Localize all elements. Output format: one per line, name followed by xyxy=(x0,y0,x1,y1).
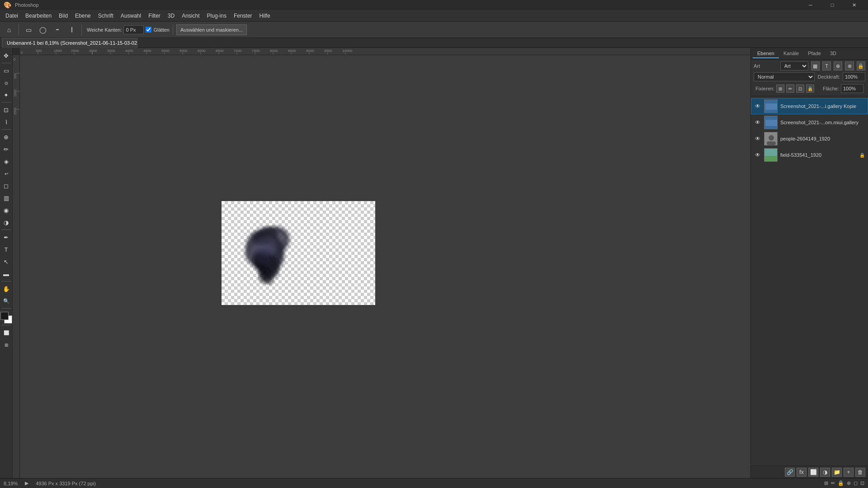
flaeche-label: Fläche: xyxy=(823,86,839,91)
color-swatch[interactable] xyxy=(0,312,12,324)
glatten-checkbox[interactable] xyxy=(146,27,151,33)
menu-3d[interactable]: 3D xyxy=(164,11,178,20)
history-brush-tool[interactable]: ↩ xyxy=(0,168,12,179)
link-layers-button[interactable]: 🔗 xyxy=(785,468,795,477)
healing-tool[interactable]: ⊕ xyxy=(0,131,12,143)
clone-tool[interactable]: ◈ xyxy=(0,155,12,167)
layer-visibility-1[interactable]: 👁 xyxy=(754,119,761,126)
quick-mask-tool[interactable]: ⬜ xyxy=(0,327,12,338)
titlebar: 🎨 Photoshop ─ □ ✕ xyxy=(0,0,868,10)
tab-ebenen[interactable]: Ebenen xyxy=(753,49,779,58)
gradient-tool[interactable]: ▥ xyxy=(0,192,12,204)
toolbar-single-col-button[interactable]: ┃ xyxy=(66,23,78,36)
weiche-kanten-input[interactable] xyxy=(123,25,144,34)
add-adjustment-button[interactable]: ◑ xyxy=(820,468,830,477)
menu-datei[interactable]: Datei xyxy=(2,11,22,20)
toolbar-separator-1 xyxy=(19,24,19,35)
crop-tool[interactable]: ⊡ xyxy=(0,104,12,116)
layer-item-3[interactable]: 👁 field-533541_1920 🔒 xyxy=(751,147,868,163)
main-area: ✥ ▭ ⌾ ✦ ⊡ ⌇ ⊕ ✏ ◈ ↩ ◻ ▥ ◉ ◑ ✒ T ↖ ▬ ✋ 🔍 … xyxy=(0,48,868,478)
layer-visibility-3[interactable]: 👁 xyxy=(754,151,761,159)
svg-text:0: 0 xyxy=(21,51,23,55)
toolbar-marquee-ellipse-button[interactable]: ◯ xyxy=(37,23,49,36)
svg-text:4000: 4000 xyxy=(125,49,133,53)
adjust-icon-btn[interactable]: ⊕ xyxy=(834,61,842,70)
tool-separator-7 xyxy=(1,325,11,325)
add-group-button[interactable]: 📁 xyxy=(832,468,842,477)
move-tool[interactable]: ✥ xyxy=(0,50,12,61)
menu-plugins[interactable]: Plug-ins xyxy=(203,11,230,20)
layer-visibility-0[interactable]: 👁 xyxy=(754,103,761,110)
status-icon-4: ⊕ xyxy=(847,480,851,486)
menu-bearbeiten[interactable]: Bearbeiten xyxy=(22,11,55,20)
screen-mode-tool[interactable]: ⊞ xyxy=(0,339,12,351)
maximize-button[interactable]: □ xyxy=(822,0,843,10)
tool-separator-3 xyxy=(1,129,11,130)
tab-3d[interactable]: 3D xyxy=(826,49,841,58)
document-tab[interactable]: Unbenannt-1 bei 8,19% (Screenshot_2021-0… xyxy=(2,38,137,48)
layer-item-1[interactable]: 👁 Screenshot_2021-...om.miui.gallery xyxy=(751,114,868,131)
fix-all-icon[interactable]: 🔒 xyxy=(806,84,814,93)
menu-schrift[interactable]: Schrift xyxy=(94,11,117,20)
magic-wand-tool[interactable]: ✦ xyxy=(0,89,12,101)
menu-bild[interactable]: Bild xyxy=(55,11,71,20)
dodge-tool[interactable]: ◑ xyxy=(0,216,12,228)
svg-text:0: 0 xyxy=(14,57,16,61)
menu-auswahl[interactable]: Auswahl xyxy=(117,11,145,20)
fix-artboard-icon[interactable]: ⊡ xyxy=(796,84,804,93)
delete-layer-button[interactable]: 🗑 xyxy=(855,468,865,477)
svg-text:1500: 1500 xyxy=(14,89,17,97)
svg-rect-66 xyxy=(764,156,778,162)
add-mask-button[interactable]: ⬜ xyxy=(808,468,818,477)
eyedropper-tool[interactable]: ⌇ xyxy=(0,116,12,128)
lock2-icon-btn[interactable]: 🔒 xyxy=(857,61,865,70)
menu-filter[interactable]: Filter xyxy=(145,11,164,20)
add-style-button[interactable]: fx xyxy=(797,468,807,477)
fix-position-icon[interactable]: ⊞ xyxy=(776,84,784,93)
tool-separator-5 xyxy=(1,281,11,282)
close-button[interactable]: ✕ xyxy=(844,0,864,10)
canvas-container[interactable] xyxy=(27,55,750,478)
new-layer-button[interactable]: + xyxy=(844,468,854,477)
menu-hilfe[interactable]: Hilfe xyxy=(256,11,274,20)
menu-ebene[interactable]: Ebene xyxy=(71,11,94,20)
blur-tool[interactable]: ◉ xyxy=(0,204,12,216)
brush-tool[interactable]: ✏ xyxy=(0,143,12,155)
art-select[interactable]: Art Pixel Vektor xyxy=(780,61,808,70)
menu-fenster[interactable]: Fenster xyxy=(230,11,256,20)
marquee-rect-tool[interactable]: ▭ xyxy=(0,65,12,76)
tab-kanaele[interactable]: Kanäle xyxy=(779,49,803,58)
flaeche-input[interactable] xyxy=(841,84,863,93)
svg-text:5500: 5500 xyxy=(179,49,188,53)
foreground-color[interactable] xyxy=(0,312,9,320)
filter-icon-btn[interactable]: ▦ xyxy=(811,61,820,70)
smart-icon-btn[interactable]: ⊗ xyxy=(845,61,854,70)
zoom-tool[interactable]: 🔍 xyxy=(0,295,12,307)
deckkraft-input[interactable] xyxy=(843,72,865,81)
blend-mode-select[interactable]: Normal Multiplizieren Negativ multiplizi… xyxy=(754,72,815,81)
toolbar-home-button[interactable]: ⌂ xyxy=(3,23,15,36)
fix-brush-icon[interactable]: ✏ xyxy=(786,84,794,93)
text-icon-btn[interactable]: T xyxy=(822,61,831,70)
panel-tabs: Ebenen Kanäle Pfade 3D xyxy=(751,48,868,60)
tab-pfade[interactable]: Pfade xyxy=(803,49,826,58)
menu-ansicht[interactable]: Ansicht xyxy=(178,11,203,20)
minimize-button[interactable]: ─ xyxy=(800,0,821,10)
toolbar-single-row-button[interactable]: ━ xyxy=(51,23,64,36)
eraser-tool[interactable]: ◻ xyxy=(0,180,12,192)
layer-item-0[interactable]: 👁 Screenshot_2021-...i.gallery Kopie xyxy=(751,98,868,114)
layer-item-2[interactable]: 👁 people-2604149_1920 xyxy=(751,131,868,147)
layer-visibility-2[interactable]: 👁 xyxy=(754,135,761,142)
auswahl-maskieren-button[interactable]: Auswählen und maskieren... xyxy=(176,24,247,35)
toolbar-marquee-rect-button[interactable]: ▭ xyxy=(22,23,35,36)
text-tool[interactable]: T xyxy=(0,244,12,255)
hand-tool[interactable]: ✋ xyxy=(0,283,12,295)
shape-tool[interactable]: ▬ xyxy=(0,268,12,280)
layer-bottom-toolbar: 🔗 fx ⬜ ◑ 📁 + 🗑 xyxy=(751,465,868,478)
path-select-tool[interactable]: ↖ xyxy=(0,256,12,267)
svg-point-57 xyxy=(254,244,272,265)
lasso-tool[interactable]: ⌾ xyxy=(0,77,12,89)
pen-tool[interactable]: ✒ xyxy=(0,231,12,243)
canvas-wrapper xyxy=(222,201,375,305)
status-arrow[interactable]: ▶ xyxy=(25,480,28,486)
